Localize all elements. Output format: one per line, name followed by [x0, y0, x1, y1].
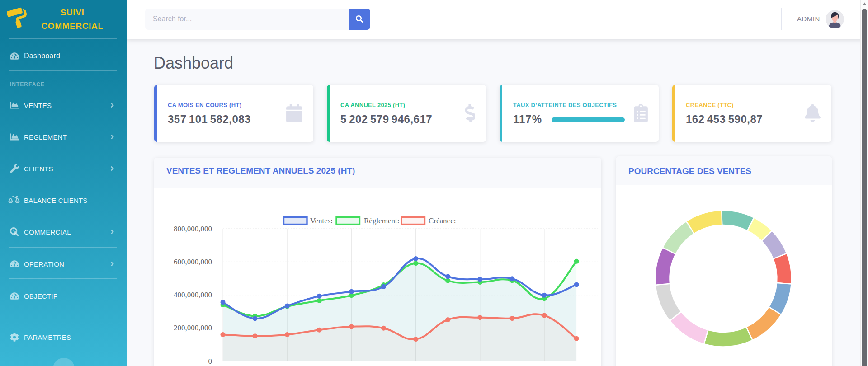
svg-text:400,000,000: 400,000,000	[174, 291, 212, 299]
svg-text:Règlement:: Règlement:	[364, 216, 399, 225]
svg-text:200,000,000: 200,000,000	[174, 324, 212, 332]
svg-text:0: 0	[208, 357, 212, 366]
svg-text:800,000,000: 800,000,000	[174, 225, 212, 233]
svg-text:600,000,000: 600,000,000	[174, 258, 212, 266]
svg-text:Ventes:: Ventes:	[310, 216, 333, 225]
svg-text:Créance:: Créance:	[429, 216, 456, 225]
